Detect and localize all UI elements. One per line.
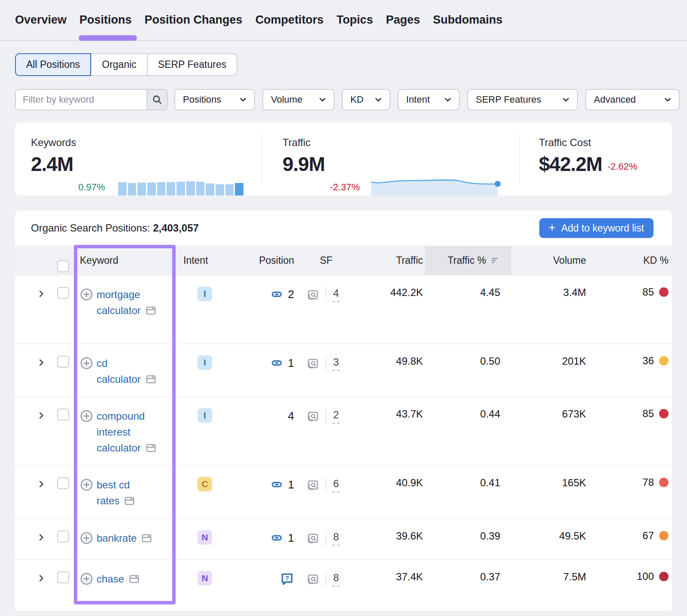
- tab-competitors[interactable]: Competitors: [255, 0, 324, 40]
- column-header-traffic[interactable]: Traffic: [344, 246, 425, 275]
- filter-intent-dropdown[interactable]: Intent: [398, 89, 460, 110]
- expand-row-button[interactable]: [15, 275, 53, 344]
- serp-snapshot-icon[interactable]: [123, 495, 136, 506]
- filter-positions-dropdown[interactable]: Positions: [174, 89, 255, 110]
- filter-serp-features-dropdown[interactable]: SERP Features: [467, 89, 578, 110]
- sf-count[interactable]: 2: [332, 409, 340, 424]
- tab-position-changes[interactable]: Position Changes: [145, 0, 243, 40]
- position-value: 1: [288, 531, 294, 545]
- filter-advanced-label: Advanced: [594, 94, 636, 105]
- keyword-filter-search-button[interactable]: [146, 90, 167, 110]
- column-header-position[interactable]: Position: [223, 246, 296, 275]
- serp-snapshot-icon[interactable]: [140, 533, 153, 544]
- tab-overview[interactable]: Overview: [15, 0, 67, 40]
- expand-row-button[interactable]: [15, 344, 53, 396]
- link-icon[interactable]: [270, 479, 283, 490]
- filter-advanced-dropdown[interactable]: Advanced: [585, 89, 680, 110]
- tab-subdomains[interactable]: Subdomains: [433, 0, 502, 40]
- add-keyword-icon[interactable]: [80, 409, 93, 423]
- add-to-keyword-list-button[interactable]: + Add to keyword list: [539, 218, 654, 238]
- traffic-value: 39.6K: [344, 519, 425, 559]
- table-row: compound interest calculator I 4 2 43.7K…: [15, 396, 672, 465]
- add-keyword-icon[interactable]: [80, 288, 93, 301]
- divider: [326, 571, 326, 587]
- tab-pages[interactable]: Pages: [386, 0, 420, 40]
- link-icon[interactable]: [270, 289, 283, 300]
- volume-value: 201K: [511, 344, 590, 396]
- kd-difficulty-dot: [659, 409, 669, 418]
- table-header-row: Keyword Intent Position SF Traffic Traff…: [15, 246, 672, 275]
- keyword-link[interactable]: mortgage calculator: [97, 287, 169, 318]
- row-checkbox[interactable]: [57, 571, 69, 583]
- stat-traffic-value: 9.9M: [283, 155, 325, 174]
- chevron-down-icon: [374, 95, 383, 104]
- tab-positions[interactable]: Positions: [79, 0, 132, 40]
- column-header-sf[interactable]: SF: [296, 246, 344, 275]
- divider: [326, 477, 326, 493]
- select-all-checkbox[interactable]: [57, 260, 69, 272]
- expand-row-button[interactable]: [15, 560, 53, 601]
- sf-count[interactable]: 3: [332, 356, 340, 371]
- search-icon: [152, 94, 163, 105]
- link-icon[interactable]: [270, 357, 283, 369]
- keyword-link[interactable]: best cd rates: [97, 477, 169, 509]
- expand-row-button[interactable]: [15, 466, 53, 518]
- row-checkbox[interactable]: [57, 477, 69, 489]
- column-header-volume[interactable]: Volume: [511, 246, 590, 275]
- kd-difficulty-dot: [659, 531, 669, 540]
- serp-preview-icon[interactable]: [306, 410, 320, 423]
- expand-row-button[interactable]: [15, 519, 53, 559]
- add-keyword-icon[interactable]: [80, 572, 93, 586]
- keywords-trend-chart: [118, 177, 243, 195]
- serp-preview-icon[interactable]: [306, 573, 320, 586]
- row-checkbox[interactable]: [57, 356, 69, 368]
- table-row: bankrate N 1 8 39.6K 0.39 49.5K 67: [15, 518, 672, 559]
- add-keyword-icon[interactable]: [80, 478, 93, 491]
- position-value: 1: [288, 478, 294, 491]
- row-checkbox[interactable]: [57, 531, 69, 543]
- serp-snapshot-icon[interactable]: [145, 305, 157, 316]
- sf-count[interactable]: 6: [332, 478, 340, 492]
- serp-preview-icon[interactable]: [306, 357, 320, 370]
- keyword-link[interactable]: bankrate: [97, 530, 169, 546]
- column-header-kd[interactable]: KD %: [590, 246, 672, 275]
- column-header-keyword[interactable]: Keyword: [74, 246, 170, 275]
- serp-snapshot-icon[interactable]: [128, 573, 140, 585]
- column-header-intent[interactable]: Intent: [170, 246, 223, 275]
- row-checkbox[interactable]: [57, 409, 69, 421]
- filter-volume-dropdown[interactable]: Volume: [262, 89, 334, 110]
- question-bubble-icon[interactable]: [280, 572, 294, 586]
- segment-serp-features[interactable]: SERP Features: [147, 53, 237, 76]
- divider: [326, 530, 326, 546]
- serp-preview-icon[interactable]: [306, 288, 320, 301]
- serp-snapshot-icon[interactable]: [145, 442, 157, 454]
- filter-kd-dropdown[interactable]: KD: [342, 89, 390, 110]
- keyword-link[interactable]: cd calculator: [97, 355, 169, 387]
- keyword-filter-input[interactable]: [16, 90, 146, 110]
- segment-all-positions[interactable]: All Positions: [15, 53, 91, 76]
- serp-preview-icon[interactable]: [306, 479, 320, 491]
- tab-topics[interactable]: Topics: [337, 0, 373, 40]
- segment-organic[interactable]: Organic: [91, 53, 147, 76]
- column-header-traffic-pct[interactable]: Traffic %: [425, 246, 511, 275]
- keyword-link[interactable]: chase: [97, 571, 169, 587]
- traffic-pct-value: 0.37: [425, 560, 511, 601]
- intent-badge: N: [198, 530, 212, 545]
- chevron-right-icon: [36, 358, 46, 367]
- expand-row-button[interactable]: [15, 397, 53, 465]
- add-keyword-icon[interactable]: [80, 357, 93, 370]
- sf-count[interactable]: 8: [332, 572, 340, 586]
- kd-value: 85: [642, 286, 654, 298]
- traffic-pct-value: 0.50: [425, 344, 511, 396]
- add-keyword-icon[interactable]: [80, 531, 93, 545]
- traffic-pct-value: 0.39: [425, 519, 511, 559]
- keyword-link[interactable]: compound interest calculator: [97, 408, 169, 456]
- sf-count[interactable]: 8: [332, 531, 340, 546]
- sf-count[interactable]: 4: [332, 287, 340, 302]
- link-icon[interactable]: [270, 532, 283, 543]
- filter-serp-features-label: SERP Features: [476, 94, 541, 105]
- serp-preview-icon[interactable]: [306, 532, 320, 545]
- serp-snapshot-icon[interactable]: [145, 374, 157, 385]
- kd-difficulty-dot: [659, 572, 669, 581]
- row-checkbox[interactable]: [57, 287, 69, 299]
